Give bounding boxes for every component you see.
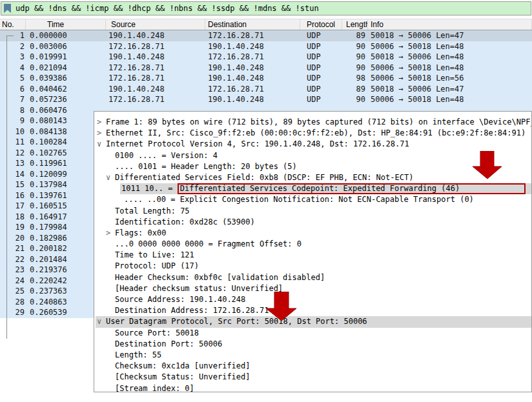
cell-time: 0.039386	[26, 73, 106, 84]
cell-length: 89	[342, 84, 368, 95]
cell-length: 90	[342, 52, 368, 63]
packet-row[interactable]: 70.057236172.16.28.71190.1.40.248UDP9050…	[0, 94, 532, 105]
detail-line[interactable]: Length: 55	[94, 350, 531, 361]
column-header-time[interactable]: Time	[26, 19, 106, 30]
cell-time: 0.000000	[26, 30, 106, 41]
detail-line-text: Internet Protocol Version 4, Src: 190.1.…	[106, 139, 409, 148]
column-header-source[interactable]: Source	[106, 19, 205, 30]
cell-source: 172.16.28.71	[106, 73, 205, 84]
cell-source: 172.16.28.71	[106, 94, 205, 105]
detail-line[interactable]: .... 0101 = Header Length: 20 bytes (5)	[94, 161, 531, 172]
expand-icon[interactable]: >	[97, 128, 106, 139]
detail-line[interactable]: 1011 10.. = Differentiated Services Code…	[120, 183, 531, 194]
packet-row[interactable]: 50.039386172.16.28.71190.1.40.248UDP9850…	[0, 73, 532, 84]
collapse-icon[interactable]: ∨	[97, 139, 106, 150]
cell-protocol: UDP	[300, 30, 342, 41]
packet-list-header: No.TimeSourceDestinationProtocolLengthIn…	[0, 19, 532, 30]
column-header-info[interactable]: Info	[368, 19, 532, 30]
detail-line-text: Identification: 0xd28c (53900)	[115, 217, 255, 226]
packet-row[interactable]: 60.040462190.1.40.248172.16.28.71UDP8950…	[0, 84, 532, 95]
cell-destination: 190.1.40.248	[205, 41, 300, 52]
detail-line-text: 0100 .... = Version: 4	[115, 151, 218, 160]
cell-no: 17	[0, 201, 26, 212]
display-filter-bar[interactable]: udp && !dns && !icmp && !dhcp && !nbns &…	[1, 1, 531, 15]
cell-destination: 172.16.28.71	[205, 84, 300, 95]
packet-row[interactable]: 30.019991190.1.40.248172.16.28.71UDP9050…	[0, 52, 532, 63]
detail-line-text: User Datagram Protocol, Src Port: 50018,…	[106, 317, 367, 326]
detail-line[interactable]: Protocol: UDP (17)	[94, 261, 531, 272]
cell-source: 190.1.40.248	[106, 84, 205, 95]
detail-line[interactable]: [Header checksum status: Unverified]	[94, 283, 531, 294]
cell-protocol: UDP	[300, 73, 342, 84]
dscp-highlight-box: Differentiated Services Codepoint: Exped…	[178, 183, 526, 194]
detail-line[interactable]: Checksum: 0xc1da [unverified]	[94, 361, 531, 372]
detail-line[interactable]: >Ethernet II, Src: Cisco_9f:f2:eb (00:00…	[94, 128, 531, 139]
column-header-no[interactable]: No.	[0, 19, 26, 30]
detail-line[interactable]: ∨User Datagram Protocol, Src Port: 50018…	[96, 316, 531, 327]
cell-destination: 172.16.28.71	[205, 52, 300, 63]
bookmark-icon[interactable]	[4, 4, 11, 13]
detail-line-text: Length: 55	[115, 350, 161, 359]
detail-line[interactable]: Identification: 0xd28c (53900)	[94, 217, 531, 228]
collapse-icon[interactable]: ∨	[106, 172, 115, 183]
detail-line[interactable]: ∨Internet Protocol Version 4, Src: 190.1…	[94, 139, 531, 150]
cell-destination: 172.16.28.71	[205, 30, 300, 41]
detail-line[interactable]: ...0 0000 0000 0000 = Fragment Offset: 0	[94, 239, 531, 250]
cell-no: 7	[0, 94, 26, 105]
cell-time: 0.003006	[26, 41, 106, 52]
cell-time: 0.021094	[26, 63, 106, 74]
detail-line-text: Destination Address: 172.16.28.71	[115, 306, 269, 315]
detail-line[interactable]: Destination Address: 172.16.28.71	[94, 305, 531, 316]
detail-line[interactable]: Header Checksum: 0xbf0c [validation disa…	[94, 272, 531, 283]
expand-icon[interactable]: >	[106, 228, 115, 239]
detail-line-text: Checksum: 0xc1da [unverified]	[115, 361, 251, 370]
detail-line-text: Protocol: UDP (17)	[115, 261, 199, 270]
cell-length: 98	[342, 73, 368, 84]
column-header-protocol[interactable]: Protocol	[300, 19, 342, 30]
cell-no: 2	[0, 41, 26, 52]
cell-no: 20	[0, 233, 26, 244]
detail-line-text: Time to Live: 121	[115, 250, 194, 259]
detail-line[interactable]: Destination Port: 50006	[94, 339, 531, 350]
collapse-icon[interactable]: ∨	[97, 316, 106, 327]
cell-protocol: UDP	[300, 41, 342, 52]
cell-no: 29	[0, 307, 26, 318]
cell-no: 25	[0, 286, 26, 297]
detail-line[interactable]: Source Address: 190.1.40.248	[94, 294, 531, 305]
detail-line[interactable]: Total Length: 75	[94, 206, 531, 217]
column-header-destination[interactable]: Destination	[205, 19, 300, 30]
cell-protocol: UDP	[300, 94, 342, 105]
detail-line[interactable]: ∨Differentiated Services Field: 0xb8 (DS…	[94, 172, 531, 183]
cell-info: 50018 → 50006 Len=48	[368, 52, 532, 63]
packet-row[interactable]: 40.021094172.16.28.71190.1.40.248UDP9050…	[0, 63, 532, 74]
cell-info: 50018 → 50006 Len=47	[368, 30, 532, 41]
cell-no: 13	[0, 158, 26, 169]
cell-time: 0.057236	[26, 94, 106, 105]
detail-line[interactable]: >Frame 1: 89 bytes on wire (712 bits), 8…	[94, 117, 531, 128]
cell-no: 23	[0, 265, 26, 276]
detail-line[interactable]: [Stream index: 0]	[94, 383, 531, 393]
cell-info: 50006 → 50018 Len=56	[368, 73, 532, 84]
detail-line[interactable]: Time to Live: 121	[94, 250, 531, 261]
cell-destination: 190.1.40.248	[205, 63, 300, 74]
column-header-length[interactable]: Length	[342, 19, 368, 30]
detail-line-text: [Stream index: 0]	[115, 384, 194, 393]
cell-length: 89	[342, 30, 368, 41]
wireshark-window: udp && !dns && !icmp && !dhcp && !nbns &…	[0, 0, 532, 402]
packet-row[interactable]: 10.000000190.1.40.248172.16.28.71UDP8950…	[0, 30, 532, 41]
packet-row[interactable]: 20.003006172.16.28.71190.1.40.248UDP9050…	[0, 41, 532, 52]
detail-line[interactable]: 0100 .... = Version: 4	[94, 150, 531, 161]
dscp-pointer-arrow	[473, 151, 502, 179]
detail-line[interactable]: >Flags: 0x00	[94, 228, 531, 239]
detail-line-text: Source Address: 190.1.40.248	[115, 295, 245, 304]
cell-info: 50006 → 50018 Len=48	[368, 63, 532, 74]
display-filter-input[interactable]: udp && !dns && !icmp && !dhcp && !nbns &…	[15, 4, 319, 13]
cell-no: 10	[0, 126, 26, 137]
detail-line-text: Total Length: 75	[115, 206, 190, 216]
detail-line-text: .... ..00 = Explicit Congestion Notifica…	[124, 195, 474, 204]
detail-line[interactable]: Source Port: 50018	[94, 328, 531, 339]
cell-protocol: UDP	[300, 84, 342, 95]
expand-icon[interactable]: >	[97, 117, 106, 128]
detail-line[interactable]: [Checksum Status: Unverified]	[94, 372, 531, 383]
detail-line[interactable]: .... ..00 = Explicit Congestion Notifica…	[94, 194, 531, 205]
